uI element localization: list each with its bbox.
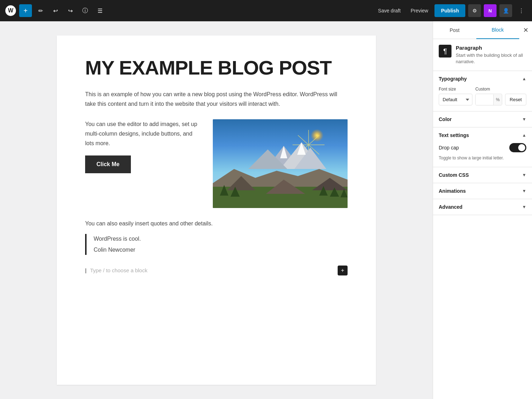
custom-input-wrap: %: [475, 94, 502, 105]
post-title[interactable]: MY EXAMPLE BLOG POST: [85, 57, 348, 79]
section-animations: Animations ▼: [433, 183, 532, 199]
preview-button[interactable]: Preview: [407, 6, 432, 16]
font-size-select[interactable]: Default Small Medium Large X-Large: [439, 94, 472, 105]
add-block-row[interactable]: | Type / to choose a block +: [85, 262, 348, 279]
toggle-slider: [509, 143, 526, 152]
section-advanced: Advanced ▼: [433, 199, 532, 215]
block-type-icon: ¶: [439, 45, 451, 58]
typography-body: Font size Default Small Medium Large X-L…: [433, 87, 532, 111]
drop-cap-toggle[interactable]: [509, 143, 526, 152]
advanced-title: Advanced: [439, 204, 462, 210]
custom-unit: %: [493, 94, 502, 105]
text-settings-header[interactable]: Text settings ▲: [433, 127, 532, 143]
animations-title: Animations: [439, 188, 466, 194]
blockquote-cite[interactable]: Colin Newcomer: [94, 245, 348, 255]
text-settings-body: Drop cap Toggle to show a large initial …: [433, 143, 532, 167]
sidebar-tabs-row: Post Block ✕: [433, 21, 532, 39]
font-size-label: Font size: [439, 87, 472, 92]
animations-chevron: ▼: [522, 188, 526, 193]
sidebar: Post Block ✕ ¶ Paragraph Start with the …: [433, 21, 532, 399]
text-settings-chevron-up: ▲: [522, 133, 526, 138]
close-sidebar-button[interactable]: ✕: [519, 24, 532, 37]
cols-paragraph[interactable]: You can use the editor to add images, se…: [85, 119, 199, 148]
pencil-icon: ✏: [38, 7, 43, 14]
publish-button[interactable]: Publish: [434, 4, 465, 17]
user-button[interactable]: 👤: [499, 4, 512, 17]
custom-label: Custom: [475, 87, 502, 92]
tab-block[interactable]: Block: [476, 21, 520, 39]
editor-content: MY EXAMPLE BLOG POST This is an example …: [57, 35, 376, 385]
quotes-intro-paragraph[interactable]: You can also easily insert quotes and ot…: [85, 219, 348, 228]
drop-cap-label: Drop cap: [439, 145, 459, 151]
user-icon: 👤: [503, 8, 509, 13]
add-block-plus-button[interactable]: +: [338, 266, 348, 275]
custom-css-chevron: ▼: [522, 173, 526, 177]
edit-mode-button[interactable]: ✏: [34, 4, 47, 17]
click-me-button[interactable]: Click Me: [85, 155, 131, 173]
gear-icon: ⚙: [472, 8, 477, 13]
reset-font-size-button[interactable]: Reset: [505, 94, 526, 105]
n-icon: N: [488, 8, 492, 13]
n-plugin-button[interactable]: N: [484, 4, 497, 17]
add-block-placeholder: Type / to choose a block: [90, 267, 148, 273]
main-layout: MY EXAMPLE BLOG POST This is an example …: [0, 21, 532, 399]
redo-icon: ↪: [68, 7, 73, 14]
editor-area[interactable]: MY EXAMPLE BLOG POST This is an example …: [0, 21, 433, 399]
paragraph-icon: ¶: [443, 47, 447, 55]
toolbar: W + ✏ ↩ ↪ ⓘ ☰ Save draft Preview Publish…: [0, 0, 532, 21]
advanced-chevron: ▼: [522, 204, 526, 209]
list-icon: ☰: [98, 7, 102, 14]
custom-css-header[interactable]: Custom CSS ▼: [433, 167, 532, 183]
color-title: Color: [439, 116, 452, 122]
tab-post[interactable]: Post: [433, 21, 476, 39]
add-block-cursor: |: [85, 267, 87, 273]
typography-title: Typography: [439, 76, 467, 82]
info-button[interactable]: ⓘ: [79, 4, 92, 17]
list-view-button[interactable]: ☰: [94, 4, 106, 17]
post-image: [213, 119, 348, 208]
add-block-button[interactable]: +: [19, 4, 32, 17]
custom-css-title: Custom CSS: [439, 172, 469, 178]
section-color: Color ▼: [433, 111, 532, 127]
blockquote-text[interactable]: WordPress is cool.: [94, 234, 348, 244]
more-options-button[interactable]: ⋮: [515, 4, 528, 17]
undo-button[interactable]: ↩: [49, 4, 62, 17]
typography-header[interactable]: Typography ▲: [433, 71, 532, 87]
plus-icon: +: [23, 7, 28, 15]
color-header[interactable]: Color ▼: [433, 111, 532, 127]
color-chevron-down: ▼: [522, 117, 526, 122]
advanced-header[interactable]: Advanced ▼: [433, 199, 532, 215]
block-info: ¶ Paragraph Start with the building bloc…: [433, 39, 532, 71]
close-icon: ✕: [523, 26, 528, 34]
ellipsis-icon: ⋮: [519, 7, 524, 14]
block-description: Start with the building block of all nar…: [456, 52, 526, 65]
undo-icon: ↩: [53, 7, 58, 14]
drop-cap-description: Toggle to show a large initial letter.: [439, 155, 526, 161]
settings-button[interactable]: ⚙: [468, 4, 481, 17]
post-columns: You can use the editor to add images, se…: [85, 119, 348, 208]
animations-header[interactable]: Animations ▼: [433, 183, 532, 199]
section-text-settings: Text settings ▲ Drop cap Toggle to show …: [433, 127, 532, 167]
blockquote: WordPress is cool. Colin Newcomer: [85, 234, 348, 255]
redo-button[interactable]: ↪: [64, 4, 77, 17]
block-info-text: Paragraph Start with the building block …: [456, 45, 526, 65]
custom-size-input[interactable]: [476, 94, 493, 105]
section-typography: Typography ▲ Font size Default Small Med…: [433, 71, 532, 111]
save-draft-button[interactable]: Save draft: [375, 6, 404, 16]
wp-logo[interactable]: W: [4, 4, 17, 17]
post-body-paragraph[interactable]: This is an example of how you can write …: [85, 89, 348, 109]
text-settings-title: Text settings: [439, 132, 469, 138]
typography-chevron-up: ▲: [522, 76, 526, 81]
info-icon: ⓘ: [82, 7, 88, 15]
block-name: Paragraph: [456, 45, 526, 51]
post-cols-text: You can use the editor to add images, se…: [85, 119, 199, 173]
section-custom-css: Custom CSS ▼: [433, 167, 532, 183]
